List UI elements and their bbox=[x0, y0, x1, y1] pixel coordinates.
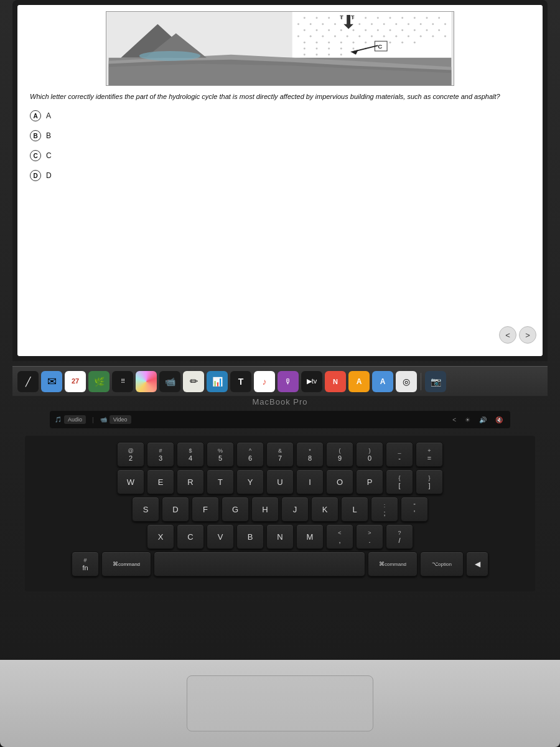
trackpad[interactable] bbox=[187, 675, 373, 731]
key-semicolon[interactable]: :; bbox=[371, 497, 398, 522]
svg-point-31 bbox=[353, 29, 355, 31]
svg-point-41 bbox=[322, 35, 324, 37]
key-command-right[interactable]: ⌘command bbox=[368, 552, 418, 576]
svg-text:T: T bbox=[351, 14, 355, 21]
key-p[interactable]: P bbox=[356, 469, 383, 494]
key-4[interactable]: $4 bbox=[177, 442, 204, 467]
key-comma[interactable]: <, bbox=[326, 524, 353, 549]
key-l[interactable]: L bbox=[341, 497, 368, 522]
key-c[interactable]: C bbox=[177, 524, 204, 549]
key-i[interactable]: I bbox=[296, 469, 324, 494]
key-space[interactable] bbox=[154, 552, 365, 576]
key-7[interactable]: &7 bbox=[266, 442, 294, 467]
svg-point-59 bbox=[390, 42, 391, 44]
dock-slash-icon[interactable]: ╱ bbox=[17, 371, 39, 392]
key-t[interactable]: T bbox=[207, 469, 234, 494]
key-equals[interactable]: += bbox=[416, 442, 443, 467]
tb-audio-label[interactable]: Audio bbox=[64, 415, 86, 424]
dock-pencil-icon[interactable]: ✏ bbox=[183, 371, 204, 392]
quiz-content: T T C Which letter correctly identifies … bbox=[17, 5, 543, 356]
dock-music-icon[interactable]: ♪ bbox=[254, 371, 275, 392]
key-w[interactable]: W bbox=[117, 469, 144, 494]
key-bracket-right[interactable]: }] bbox=[416, 469, 443, 494]
key-u[interactable]: U bbox=[266, 469, 294, 494]
key-e[interactable]: E bbox=[147, 469, 174, 494]
key-f[interactable]: F bbox=[192, 497, 219, 522]
key-d[interactable]: D bbox=[162, 497, 189, 522]
dock-item-dots[interactable]: ⠿ bbox=[112, 371, 133, 392]
dock-item-green[interactable]: 🌿 bbox=[88, 371, 110, 392]
key-n[interactable]: N bbox=[266, 524, 294, 549]
dock-appstore-icon[interactable]: A bbox=[372, 371, 393, 392]
key-h[interactable]: H bbox=[251, 497, 279, 522]
key-3[interactable]: #3 bbox=[147, 442, 174, 467]
dock-text-icon[interactable]: T bbox=[230, 371, 251, 392]
svg-point-53 bbox=[316, 42, 318, 44]
hydrologic-diagram: T T C bbox=[106, 12, 454, 85]
option-d[interactable]: D D bbox=[30, 170, 530, 181]
key-j[interactable]: J bbox=[281, 497, 309, 522]
key-g[interactable]: G bbox=[222, 497, 249, 522]
dock-chart-icon[interactable]: 📊 bbox=[207, 371, 228, 392]
key-2[interactable]: @2 bbox=[117, 442, 144, 467]
option-c[interactable]: C C bbox=[30, 150, 530, 161]
key-option-right[interactable]: ⌥option bbox=[420, 552, 464, 576]
key-k[interactable]: K bbox=[311, 497, 338, 522]
svg-point-88 bbox=[139, 51, 200, 61]
key-0[interactable]: )0 bbox=[356, 442, 383, 467]
dock-appletv-icon[interactable]: ▶tv bbox=[301, 371, 322, 392]
key-minus[interactable]: _- bbox=[386, 442, 413, 467]
key-m[interactable]: M bbox=[296, 524, 324, 549]
dock-facetime-icon[interactable]: 📹 bbox=[159, 371, 180, 392]
svg-point-22 bbox=[395, 23, 397, 25]
key-v[interactable]: V bbox=[207, 524, 234, 549]
svg-point-64 bbox=[328, 48, 330, 50]
key-y[interactable]: Y bbox=[236, 469, 264, 494]
key-quote[interactable]: "' bbox=[401, 497, 428, 522]
dock-podcast-icon[interactable]: 🎙 bbox=[278, 371, 299, 392]
touchbar[interactable]: 🎵 Audio | 📹 Video < ☀ 🔊 🔇 bbox=[50, 411, 510, 428]
next-button[interactable]: > bbox=[519, 326, 536, 344]
screen-bezel: T T C Which letter correctly identifies … bbox=[12, 0, 548, 361]
dock-calendar-icon[interactable]: 27 bbox=[65, 371, 86, 392]
key-fn[interactable]: #fn bbox=[72, 552, 99, 576]
svg-point-60 bbox=[401, 42, 403, 44]
key-bracket-left[interactable]: {[ bbox=[386, 469, 413, 494]
key-slash[interactable]: ?/ bbox=[386, 524, 413, 549]
key-row-2: W E R T Y U I O P {[ }] bbox=[31, 469, 529, 494]
key-x[interactable]: X bbox=[147, 524, 174, 549]
key-8[interactable]: *8 bbox=[296, 442, 324, 467]
svg-point-65 bbox=[340, 48, 342, 50]
key-5[interactable]: %5 bbox=[207, 442, 234, 467]
tb-video-label[interactable]: Video bbox=[110, 415, 131, 424]
key-arrow-left[interactable]: ◀ bbox=[466, 552, 488, 576]
dock-news-icon[interactable]: N bbox=[325, 371, 346, 392]
dock-camera-icon[interactable]: 📷 bbox=[425, 371, 446, 392]
key-period[interactable]: >. bbox=[356, 524, 383, 549]
dock-books-icon[interactable]: A bbox=[348, 371, 370, 392]
key-command-left[interactable]: ⌘command bbox=[101, 552, 151, 576]
svg-point-45 bbox=[371, 35, 373, 37]
dock-mail-icon[interactable]: ✉ bbox=[41, 371, 62, 392]
answer-options: A A B B C C D D bbox=[30, 110, 530, 181]
svg-point-9 bbox=[390, 17, 391, 19]
key-r[interactable]: R bbox=[177, 469, 204, 494]
svg-point-8 bbox=[377, 17, 379, 19]
dock-photos-icon[interactable] bbox=[136, 371, 157, 392]
key-6[interactable]: ^6 bbox=[236, 442, 264, 467]
key-s[interactable]: S bbox=[132, 497, 159, 522]
svg-point-34 bbox=[390, 29, 391, 31]
key-b[interactable]: B bbox=[236, 524, 264, 549]
dock-bar: ╱ ✉ 27 🌿 ⠿ 📹 ✏ 📊 T ♪ 🎙 ▶tv N A A ◎ 📷 bbox=[12, 366, 548, 396]
option-a[interactable]: A A bbox=[30, 110, 530, 121]
key-o[interactable]: O bbox=[326, 469, 353, 494]
dock-system-icon[interactable]: ◎ bbox=[396, 371, 417, 392]
prev-button[interactable]: < bbox=[499, 326, 516, 344]
key-9[interactable]: (9 bbox=[326, 442, 353, 467]
dock-separator bbox=[421, 373, 421, 390]
option-b[interactable]: B B bbox=[30, 130, 530, 141]
svg-point-52 bbox=[304, 42, 306, 44]
svg-point-2 bbox=[304, 17, 306, 19]
svg-point-28 bbox=[316, 29, 318, 31]
svg-point-46 bbox=[383, 35, 385, 37]
